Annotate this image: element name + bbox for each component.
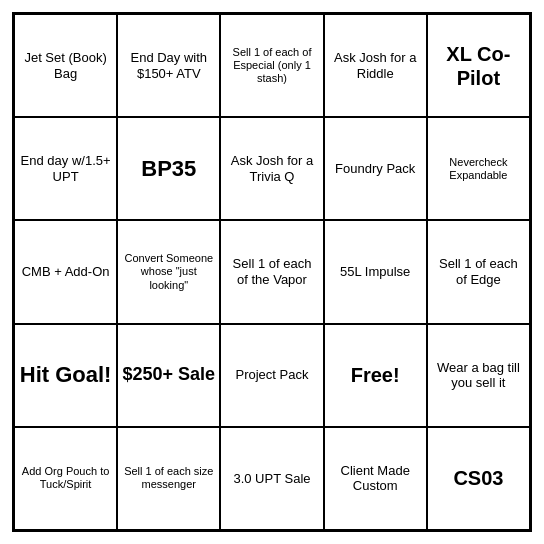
bingo-cell-r4c1: Sell 1 of each size messenger (117, 427, 220, 530)
bingo-cell-r3c2: Project Pack (220, 324, 323, 427)
bingo-cell-r3c3: Free! (324, 324, 427, 427)
bingo-cell-r2c2: Sell 1 of each of the Vapor (220, 220, 323, 323)
bingo-cell-r1c0: End day w/1.5+ UPT (14, 117, 117, 220)
bingo-cell-r1c4: Nevercheck Expandable (427, 117, 530, 220)
bingo-cell-r2c1: Convert Someone whose "just looking" (117, 220, 220, 323)
bingo-cell-r3c1: $250+ Sale (117, 324, 220, 427)
bingo-cell-r1c2: Ask Josh for a Trivia Q (220, 117, 323, 220)
bingo-cell-r1c3: Foundry Pack (324, 117, 427, 220)
bingo-cell-r4c0: Add Org Pouch to Tuck/Spirit (14, 427, 117, 530)
bingo-cell-r2c3: 55L Impulse (324, 220, 427, 323)
bingo-cell-r0c0: Jet Set (Book) Bag (14, 14, 117, 117)
bingo-cell-r1c1: BP35 (117, 117, 220, 220)
bingo-cell-r0c1: End Day with $150+ ATV (117, 14, 220, 117)
bingo-cell-r4c4: CS03 (427, 427, 530, 530)
bingo-cell-r2c4: Sell 1 of each of Edge (427, 220, 530, 323)
bingo-cell-r2c0: CMB + Add-On (14, 220, 117, 323)
bingo-card: Jet Set (Book) BagEnd Day with $150+ ATV… (12, 12, 532, 532)
bingo-cell-r0c2: Sell 1 of each of Especial (only 1 stash… (220, 14, 323, 117)
bingo-cell-r3c0: Hit Goal! (14, 324, 117, 427)
bingo-cell-r4c2: 3.0 UPT Sale (220, 427, 323, 530)
bingo-cell-r3c4: Wear a bag till you sell it (427, 324, 530, 427)
bingo-cell-r0c3: Ask Josh for a Riddle (324, 14, 427, 117)
bingo-cell-r4c3: Client Made Custom (324, 427, 427, 530)
bingo-cell-r0c4: XL Co-Pilot (427, 14, 530, 117)
